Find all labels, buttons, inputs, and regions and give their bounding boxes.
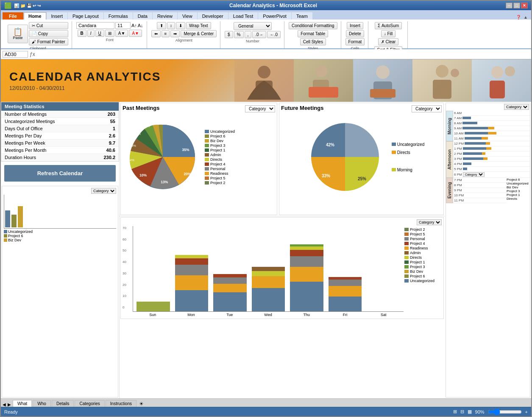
percent-button[interactable]: % (234, 31, 244, 38)
sheet-tab-details[interactable]: Details (52, 400, 74, 407)
minimize-btn[interactable]: ─ (506, 3, 513, 8)
svg-text:10%: 10% (139, 173, 147, 177)
view-layout-icon[interactable]: ⊟ (460, 409, 464, 414)
clear-button[interactable]: ✗ Clear (378, 38, 399, 45)
cell-reference-input[interactable] (3, 51, 28, 58)
align-center-button[interactable]: ≡ (162, 30, 170, 37)
format-painter-button[interactable]: 🖌 Format Painter (29, 38, 68, 45)
formula-input[interactable] (37, 51, 529, 57)
autosum-button[interactable]: Σ AutoSum (375, 22, 402, 29)
cut-button[interactable]: ✂ Cut (29, 22, 68, 29)
align-top-button[interactable]: ⬆ (157, 22, 166, 29)
sheet-tab-who[interactable]: Who (33, 400, 51, 407)
tab-view[interactable]: View (178, 12, 197, 20)
bar-chart-legend: Project 2 Project 5 Personal Project 4 R… (404, 226, 442, 317)
sheet-nav-right[interactable]: ▶ (8, 402, 11, 407)
align-bottom-button[interactable]: ⬇ (176, 22, 185, 29)
view-normal-icon[interactable]: ⊞ (453, 409, 457, 414)
cell-styles-button[interactable]: Cell Styles (300, 38, 326, 45)
view-page-break-icon[interactable]: ▦ (468, 409, 472, 414)
y-axis: 706050403020100 (123, 226, 133, 317)
tab-load-test[interactable]: Load Test (228, 12, 258, 20)
tab-data[interactable]: Data (133, 12, 152, 20)
cells-tools: Insert Delete Format (345, 22, 365, 45)
close-btn[interactable]: ✕ (521, 3, 528, 8)
sheet-tab-instructions[interactable]: Instructions (106, 400, 136, 407)
bar-sat (367, 235, 400, 311)
sheet-nav-left[interactable]: ◀ (3, 402, 6, 407)
evening-category-select[interactable]: Category (463, 172, 485, 177)
italic-button[interactable]: I (87, 30, 95, 37)
align-middle-button[interactable]: ↕ (167, 22, 175, 29)
tab-page-layout[interactable]: Page Layout (68, 12, 103, 20)
svg-point-13 (505, 66, 515, 76)
banner-date: 12/01/2010 - 04/30/2011 (9, 85, 161, 91)
help-icon[interactable]: ❓ (516, 15, 521, 20)
tab-developer[interactable]: Developer (198, 12, 228, 20)
tab-formulas[interactable]: Formulas (104, 12, 133, 20)
bar-thu (290, 235, 323, 311)
zoom-slider[interactable] (488, 409, 522, 415)
format-button[interactable]: Format (345, 38, 365, 45)
refresh-calendar-button[interactable]: Refresh Calendar (4, 165, 116, 182)
past-meetings-chart: Past Meetings Category (120, 103, 277, 215)
tab-team[interactable]: Team (292, 12, 312, 20)
tab-insert[interactable]: Insert (47, 12, 68, 20)
increase-decimal-button[interactable]: .0→ (252, 31, 266, 38)
tab-home[interactable]: Home (24, 12, 46, 20)
tab-file[interactable]: File (3, 12, 23, 20)
align-left-button[interactable]: ⬅ (151, 30, 161, 37)
tab-review[interactable]: Review (153, 12, 177, 20)
svg-rect-4 (309, 87, 338, 98)
zoom-in-icon[interactable]: + (525, 409, 528, 414)
window-controls[interactable]: ─ □ ✕ (506, 3, 528, 8)
font-grow-icon[interactable]: A↑ (131, 23, 137, 28)
alignment-label: Alignment (175, 38, 192, 42)
comma-button[interactable]: , (245, 31, 252, 38)
paste-button[interactable]: 📋 Paste (8, 25, 28, 43)
merge-center-button[interactable]: Merge & Center (181, 30, 217, 37)
copy-button[interactable]: 📄 Copy (29, 30, 68, 37)
number-format-select[interactable]: General (234, 22, 272, 30)
sheet-tab-categories[interactable]: Categories (75, 400, 104, 407)
future-meetings-dropdown[interactable]: Category (412, 105, 442, 112)
border-button[interactable]: ⊞ (105, 30, 114, 37)
new-sheet-icon[interactable]: ☀ (139, 401, 144, 407)
wrap-text-button[interactable]: Wrap Text (186, 22, 211, 29)
future-meetings-chart: Future Meetings Category (279, 103, 444, 215)
delete-button[interactable]: Delete (346, 30, 364, 37)
underline-button[interactable]: U (95, 30, 104, 37)
font-size-input[interactable] (115, 22, 131, 29)
font-color-button[interactable]: A▼ (129, 30, 142, 37)
minimize-ribbon-icon[interactable]: ▲ (524, 15, 528, 20)
clipboard-tools: 📋 Paste ✂ Cut 📄 Copy 🖌 Format Painter (8, 22, 68, 45)
banner-text: CALENDAR ANALYTICS 12/01/2010 - 04/30/20… (1, 66, 170, 95)
tab-powerpivot[interactable]: PowerPivot (258, 12, 291, 20)
tod-category-select[interactable]: Category (504, 104, 529, 110)
format-as-table-button[interactable]: Format Table (298, 30, 328, 37)
fill-button[interactable]: ↓ Fill (381, 30, 396, 37)
stat-row-5: Meetings Per Month 40.6 (1, 147, 119, 154)
future-pie-chart: 42% 33% 25% (298, 115, 392, 199)
svg-text:33%: 33% (322, 174, 330, 178)
day-chart-category-select[interactable]: Category (417, 219, 442, 225)
align-right-button[interactable]: ➡ (170, 30, 180, 37)
maximize-btn[interactable]: □ (513, 3, 520, 8)
conditional-formatting-button[interactable]: Conditional Formatting (289, 22, 337, 29)
currency-button[interactable]: $ (225, 31, 233, 38)
decrease-decimal-button[interactable]: ←.0 (267, 31, 281, 38)
past-meetings-dropdown[interactable]: Category (245, 105, 275, 112)
bottom-left-category-select[interactable]: Category (91, 188, 116, 194)
font-shrink-icon[interactable]: A↓ (138, 23, 143, 28)
evening-section: Evening 7 PM 8 PM 9 PM 10 PM 11 PM Proje… (446, 178, 530, 203)
bold-button[interactable]: B (78, 30, 86, 37)
svg-text:13%: 13% (161, 180, 168, 184)
past-pie-legend: Uncategorized Project 6 Biz Dev Project … (205, 129, 235, 185)
time-of-day-chart: Category Morning 6 AM 7 AM 8 AM 9 AM (446, 103, 530, 397)
insert-button[interactable]: Insert (347, 22, 363, 29)
fill-color-button[interactable]: A▼ (115, 30, 128, 37)
sheet-tab-what[interactable]: What (13, 400, 32, 407)
top-charts-row: Past Meetings Category (120, 102, 445, 216)
svg-point-5 (376, 65, 390, 79)
font-name-input[interactable] (76, 22, 114, 29)
